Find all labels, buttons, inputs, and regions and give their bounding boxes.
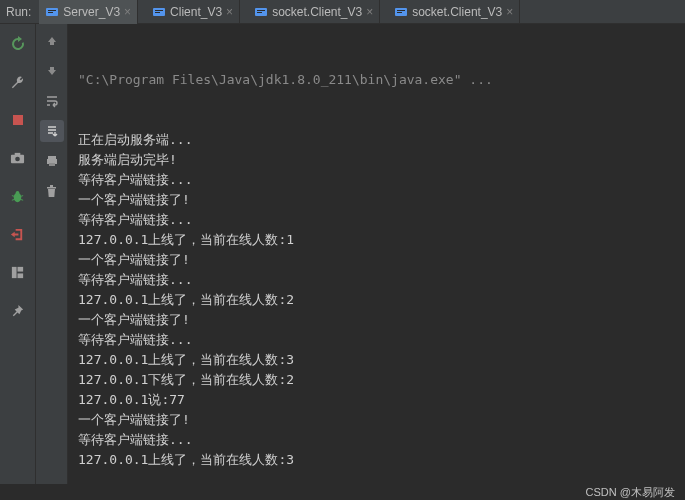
exit-icon[interactable] (5, 222, 31, 246)
console-line: 等待客户端链接... (78, 430, 675, 450)
console-line: 127.0.0.1上线了，当前在线人数:3 (78, 450, 675, 470)
tab-label: socket.Client_V3 (412, 5, 502, 19)
app-icon (254, 5, 268, 19)
svg-rect-10 (397, 10, 405, 11)
svg-rect-22 (12, 266, 17, 277)
console-line: 一个客户端链接了! (78, 410, 675, 430)
scroll-to-end-icon[interactable] (40, 120, 64, 142)
console-line: 等待客户端链接... (78, 170, 675, 190)
left-gutter (0, 24, 36, 484)
console-toolbar (36, 24, 68, 484)
console-line: 127.0.0.1下线了，当前在线人数:2 (78, 370, 675, 390)
svg-rect-28 (47, 187, 56, 189)
console-line: 一个客户端链接了! (78, 310, 675, 330)
svg-rect-7 (257, 10, 265, 11)
svg-line-21 (20, 199, 23, 200)
tab-server-v3[interactable]: Server_V3 × (39, 0, 138, 24)
console-line: 等待客户端链接... (78, 210, 675, 230)
tab-label: socket.Client_V3 (272, 5, 362, 19)
console-line: 服务端启动完毕! (78, 150, 675, 170)
svg-rect-8 (257, 12, 262, 13)
up-arrow-icon[interactable] (40, 30, 64, 52)
run-label: Run: (6, 5, 31, 19)
console-line: 正在启动服务端... (78, 130, 675, 150)
run-tabs-bar: Run: Server_V3 × Client_V3 × socket.Clie… (0, 0, 685, 24)
soft-wrap-icon[interactable] (40, 90, 64, 112)
svg-rect-11 (397, 12, 402, 13)
bug-icon[interactable] (5, 184, 31, 208)
console-line: 127.0.0.1说:77 (78, 390, 675, 410)
svg-rect-27 (49, 163, 55, 166)
print-icon[interactable] (40, 150, 64, 172)
tab-socket-client-v3-1[interactable]: socket.Client_V3 × (248, 0, 380, 24)
svg-rect-14 (15, 152, 21, 155)
console-line: 127.0.0.1上线了，当前在线人数:2 (78, 290, 675, 310)
svg-rect-2 (48, 12, 53, 13)
console-command-line: "C:\Program Files\Java\jdk1.8.0_211\bin\… (78, 70, 675, 90)
close-icon[interactable]: × (124, 5, 131, 19)
tab-client-v3[interactable]: Client_V3 × (146, 0, 240, 24)
svg-rect-4 (155, 10, 163, 11)
camera-icon[interactable] (5, 146, 31, 170)
main-area: "C:\Program Files\Java\jdk1.8.0_211\bin\… (0, 24, 685, 484)
close-icon[interactable]: × (366, 5, 373, 19)
close-icon[interactable]: × (506, 5, 513, 19)
console-line: 127.0.0.1上线了，当前在线人数:1 (78, 230, 675, 250)
svg-rect-29 (50, 185, 53, 187)
console-line: 等待客户端链接... (78, 330, 675, 350)
console-line: 等待客户端链接... (78, 270, 675, 290)
trash-icon[interactable] (40, 180, 64, 202)
svg-rect-24 (18, 273, 24, 278)
watermark-text: CSDN @木易阿发 (586, 485, 675, 500)
layout-icon[interactable] (5, 260, 31, 284)
footer-bar: CSDN @木易阿发 (0, 484, 685, 500)
console-line: 127.0.0.1上线了，当前在线人数:3 (78, 350, 675, 370)
close-icon[interactable]: × (226, 5, 233, 19)
console-line: 一个客户端链接了! (78, 190, 675, 210)
svg-rect-5 (155, 12, 160, 13)
stop-icon[interactable] (5, 108, 31, 132)
tab-socket-client-v3-2[interactable]: socket.Client_V3 × (388, 0, 520, 24)
app-icon (394, 5, 408, 19)
svg-rect-25 (48, 156, 56, 159)
console-line: 一个客户端链接了! (78, 250, 675, 270)
rerun-icon[interactable] (5, 32, 31, 56)
svg-line-20 (12, 199, 15, 200)
wrench-icon[interactable] (5, 70, 31, 94)
pin-icon[interactable] (5, 298, 31, 322)
tab-label: Server_V3 (63, 5, 120, 19)
app-icon (45, 5, 59, 19)
down-arrow-icon[interactable] (40, 60, 64, 82)
svg-point-17 (16, 190, 20, 194)
svg-rect-12 (13, 115, 23, 125)
svg-rect-23 (18, 266, 24, 271)
svg-rect-1 (48, 10, 56, 11)
app-icon (152, 5, 166, 19)
svg-point-15 (15, 156, 20, 161)
console-output[interactable]: "C:\Program Files\Java\jdk1.8.0_211\bin\… (68, 24, 685, 484)
tab-label: Client_V3 (170, 5, 222, 19)
